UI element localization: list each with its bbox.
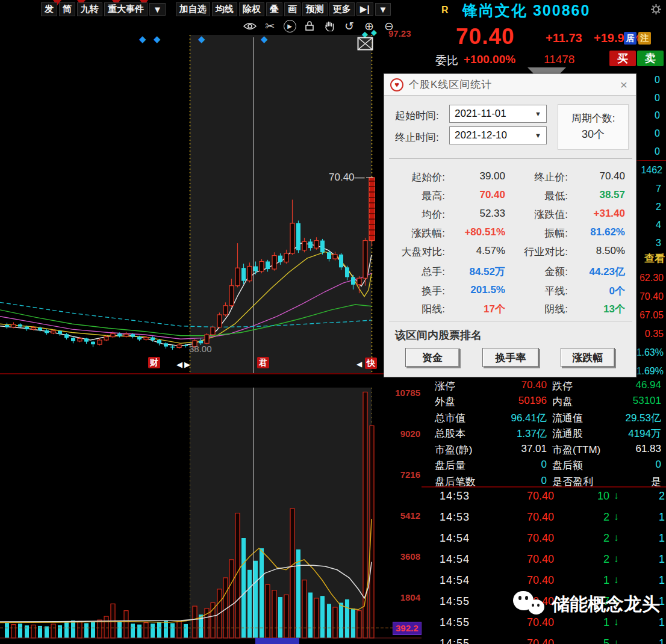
price-change: +11.73 [546, 31, 582, 45]
stat-label: 平线: [508, 284, 568, 298]
volume-axis-label: 5412 [390, 510, 420, 521]
stat-value: 0个 [568, 284, 625, 298]
stat-value: 201.5% [448, 284, 505, 296]
gear-icon[interactable] [650, 4, 662, 17]
view-link[interactable]: 查看 [644, 252, 665, 265]
stock-code: 300860 [533, 2, 590, 19]
tag-kuai-button[interactable]: 快 [365, 358, 377, 369]
queue-value: 0 [655, 93, 660, 104]
tag-jun-button[interactable]: 君 [257, 357, 269, 368]
stat-value: 39.00 [448, 170, 505, 182]
info-value: 0 [656, 459, 661, 471]
scissors-icon[interactable]: ✂ [263, 19, 277, 33]
axis-highlight [255, 638, 299, 644]
current-price-tag: 70.40— [329, 172, 365, 184]
sell-button[interactable]: 卖 [637, 51, 664, 66]
queue-value: 0 [655, 75, 660, 85]
stat-value: 4.57% [448, 245, 505, 257]
info-value: 46.94 [635, 379, 661, 391]
queue-value: 0 [655, 128, 660, 139]
menu-item[interactable]: 九转 [77, 2, 102, 16]
menu-item[interactable]: 预测 [302, 2, 328, 16]
rank-by-funds-button[interactable]: 资金 [405, 348, 459, 367]
close-icon[interactable]: × [618, 78, 630, 92]
stat-value: 13个 [568, 302, 625, 316]
trade-row: 14:5470.402↓1 [422, 532, 666, 545]
stat-row: 最高:70.40最低:38.57 [384, 189, 637, 203]
trade-price: 70.40 [495, 637, 554, 644]
zoom-out-icon[interactable]: ⊖ [382, 19, 396, 33]
stat-value: 52.33 [448, 208, 505, 220]
info-row: 总市值96.41亿流通值29.53亿 [422, 411, 666, 426]
close-selection-icon[interactable] [357, 37, 373, 53]
eye-icon[interactable] [243, 19, 257, 33]
menu-item[interactable]: 均线 [212, 2, 237, 16]
dialog-titlebar[interactable]: ♥ 个股K线区间统计 × [384, 74, 636, 96]
stat-label: 总手: [388, 265, 445, 279]
rank-by-turnover-button[interactable]: 换手率 [482, 348, 539, 367]
info-label: 总市值 [435, 411, 465, 425]
trade-volume: 2 [566, 532, 609, 545]
trade-time: 14:53 [440, 490, 470, 503]
badge-orange: 注 [638, 32, 651, 45]
info-label: 跌停 [552, 379, 573, 393]
menu-item[interactable]: ▼ [149, 3, 166, 16]
menu-item[interactable]: 除权 [239, 2, 264, 16]
menu-item[interactable]: 叠 [266, 2, 282, 16]
kline-chart [0, 35, 422, 374]
info-label: 总股本 [435, 427, 465, 441]
hand-icon[interactable] [322, 19, 337, 33]
trade-extra: 1 [659, 553, 665, 566]
volume-axis-label: 3608 [390, 551, 420, 562]
play-icon[interactable]: ▶ [282, 19, 297, 33]
stat-label: 振幅: [508, 226, 568, 240]
down-arrow-icon: ↓ [614, 553, 619, 565]
end-date-select[interactable]: 2021-12-10 ▼ [449, 126, 547, 144]
info-value: 1.37亿 [470, 427, 547, 441]
queue-value: 0 [655, 110, 660, 121]
period-count-box: 周期个数: 30个 [558, 104, 629, 150]
low-price-tag: 38.00 [189, 344, 212, 354]
zoom-in-icon[interactable]: ⊕ [362, 19, 376, 33]
weibi-value: +100.00% [464, 53, 515, 66]
menu-item[interactable]: 更多 [329, 2, 355, 16]
menu-item[interactable]: 发 [41, 2, 57, 16]
divider [389, 321, 632, 321]
menu-item[interactable]: 画 [284, 2, 300, 16]
menu-item[interactable]: 加自选 [176, 2, 210, 16]
info-row: 涨停70.40跌停46.94 [422, 379, 666, 394]
volume-chart [0, 379, 422, 644]
info-value: 0 [470, 459, 547, 471]
buy-button[interactable]: 买 [609, 51, 636, 66]
app-logo-icon: ♥ [390, 78, 403, 91]
lock-icon[interactable] [302, 19, 317, 33]
info-value: 50196 [470, 395, 547, 407]
stat-row: 涨跌幅:+80.51%振幅:81.62% [384, 226, 637, 241]
volume-axis-label: 9020 [390, 429, 420, 439]
trade-row: 14:5470.401↓1 [422, 574, 666, 587]
menu-item[interactable]: 简 [59, 2, 75, 16]
start-date-select[interactable]: 2021-11-01 ▼ [449, 105, 547, 123]
stat-value: 38.57 [568, 189, 625, 201]
down-arrow-icon: ↓ [614, 511, 619, 523]
trade-price: 70.40 [495, 574, 554, 587]
menu-item[interactable]: ▶| [356, 2, 373, 16]
trade-time: 14:53 [440, 511, 470, 524]
trade-volume: 2 [566, 511, 609, 524]
trade-row: 14:5470.402↓1 [422, 553, 666, 566]
info-value: 0 [470, 475, 547, 487]
menu-item[interactable]: 重大事件 [104, 2, 148, 16]
rank-by-change-button[interactable]: 涨跌幅 [561, 348, 615, 367]
undo-icon[interactable]: ↺ [342, 19, 356, 33]
tag-cai-button[interactable]: 财 [148, 357, 160, 368]
kline-pane[interactable] [0, 35, 422, 374]
volume-pane[interactable] [0, 379, 422, 644]
down-arrow-icon: ↓ [614, 637, 619, 644]
info-row: 盘后量0盘后额0 [422, 459, 666, 473]
pager-arrows[interactable]: ◀▶ [176, 360, 192, 369]
trade-price: 70.40 [495, 490, 554, 503]
queue-value: 1462 [641, 165, 662, 176]
volume-axis-label: 10785 [390, 388, 420, 398]
trade-volume: 10 [566, 490, 609, 503]
menu-item[interactable]: ▼ [375, 3, 391, 16]
